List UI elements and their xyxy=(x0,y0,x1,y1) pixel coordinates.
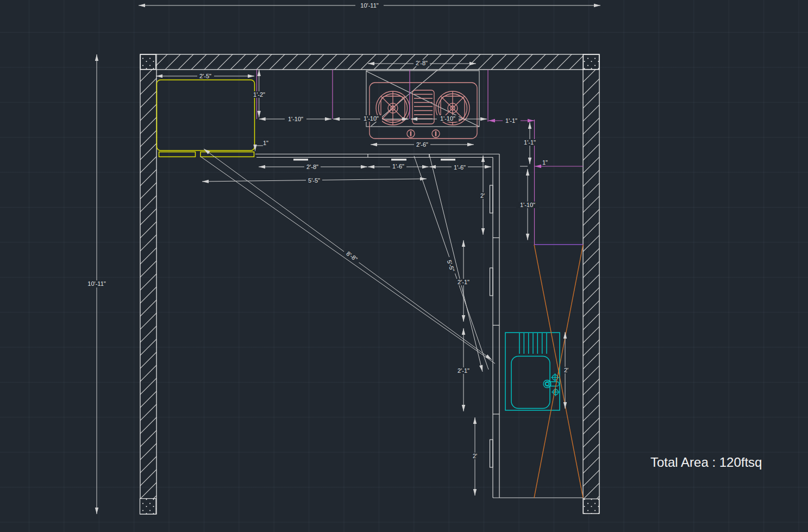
svg-text:1'-10": 1'-10" xyxy=(364,115,379,122)
svg-text:2': 2' xyxy=(473,453,477,459)
wall-top xyxy=(140,54,599,70)
dim-label-cab-top: 2' xyxy=(478,192,487,199)
dim-label-corner-h: 1'-1" xyxy=(503,117,521,124)
svg-text:2'-1": 2'-1" xyxy=(458,279,469,285)
appliance-cross[interactable] xyxy=(534,245,583,498)
cabinet-handle xyxy=(391,159,406,161)
wall-left xyxy=(140,54,156,514)
dim-label-base-a: 2'-8" xyxy=(304,164,321,170)
dimension-lines[interactable] xyxy=(97,5,600,514)
svg-text:2': 2' xyxy=(564,367,568,373)
dim-label-cab-a: 2'-1" xyxy=(455,279,472,285)
svg-text:1'-10": 1'-10" xyxy=(520,202,535,208)
refrigerator[interactable] xyxy=(157,80,255,157)
svg-text:10'-11": 10'-11" xyxy=(360,2,378,9)
svg-text:10'-11": 10'-11" xyxy=(87,280,105,287)
cabinet-handle xyxy=(441,159,455,161)
wall-right xyxy=(583,54,599,514)
svg-text:5'-5": 5'-5" xyxy=(308,177,320,184)
svg-text:1'-1": 1'-1" xyxy=(524,139,536,146)
dim-label-corner-v: 1'-1" xyxy=(521,139,539,146)
svg-text:1": 1" xyxy=(542,159,548,166)
cad-model-space[interactable]: 10'-11" 10'-11" 2'-5" 1'-2" 1'-10" 1'-10… xyxy=(0,0,808,532)
svg-text:5'-5": 5'-5" xyxy=(446,259,456,273)
dim-label-hob-gap-left: 1'-10" xyxy=(360,115,382,122)
svg-text:2'-5": 2'-5" xyxy=(199,73,211,79)
svg-text:2'-8": 2'-8" xyxy=(306,164,318,170)
stove[interactable] xyxy=(369,83,477,139)
total-area-label: Total Area : 120ftsq xyxy=(650,455,762,470)
dim-label-cab-b: 2'-1" xyxy=(455,367,472,374)
svg-text:1'-1": 1'-1" xyxy=(505,117,517,124)
dim-label-fridge-width: 2'-5" xyxy=(197,73,214,79)
dim-label-cab-bottom: 2' xyxy=(471,453,480,459)
dim-label-sink-len: 2' xyxy=(562,367,571,373)
dim-label-counter-gap-a: 1'-10" xyxy=(285,116,306,122)
dim-label-fridge-front-gap: 1" xyxy=(263,140,268,146)
cabinet-handle xyxy=(490,440,493,467)
svg-text:1": 1" xyxy=(263,140,268,146)
drainboard xyxy=(519,333,547,354)
dim-label-hob-counter-width: 2'-8" xyxy=(414,60,430,66)
cabinet-handle xyxy=(490,268,493,296)
dim-label-base-total: 5'-5" xyxy=(306,177,322,184)
svg-text:1'-10": 1'-10" xyxy=(440,115,455,122)
svg-text:1'-2": 1'-2" xyxy=(253,91,265,98)
dim-label-wall-gap: 1" xyxy=(542,159,548,166)
sink[interactable] xyxy=(505,333,560,410)
svg-text:2'-6": 2'-6" xyxy=(416,141,428,148)
dim-label-hob-width: 2'-6" xyxy=(414,141,430,148)
column-top-left xyxy=(141,55,156,70)
svg-text:2': 2' xyxy=(480,192,485,199)
svg-text:1'-10": 1'-10" xyxy=(288,116,303,122)
column-top-right xyxy=(584,55,599,70)
dim-label-fridge-side: 1'-2" xyxy=(250,91,268,98)
stove-knobs xyxy=(407,130,440,137)
svg-text:2'-8": 2'-8" xyxy=(416,60,428,66)
dim-label-base-b: 1'-6" xyxy=(390,163,406,170)
svg-text:1'-6": 1'-6" xyxy=(454,164,466,171)
dim-label-right-gap: 1'-10" xyxy=(516,202,539,208)
dim-label-diag-long: 8'-8" xyxy=(342,248,361,265)
dim-label-room-height: 10'-11" xyxy=(83,280,111,287)
dim-label-base-c: 1'-6" xyxy=(452,164,468,171)
cabinet-handle xyxy=(490,185,493,213)
column-bottom-right xyxy=(584,499,599,514)
cabinet-handle xyxy=(293,159,308,161)
svg-text:1'-6": 1'-6" xyxy=(392,163,404,170)
dim-diag-short xyxy=(429,154,483,372)
dim-label-room-width: 10'-11" xyxy=(355,2,384,9)
dim-label-hob-gap-right: 1'-10" xyxy=(437,115,459,122)
svg-text:2'-1": 2'-1" xyxy=(458,367,469,374)
column-bottom-left xyxy=(140,499,156,515)
